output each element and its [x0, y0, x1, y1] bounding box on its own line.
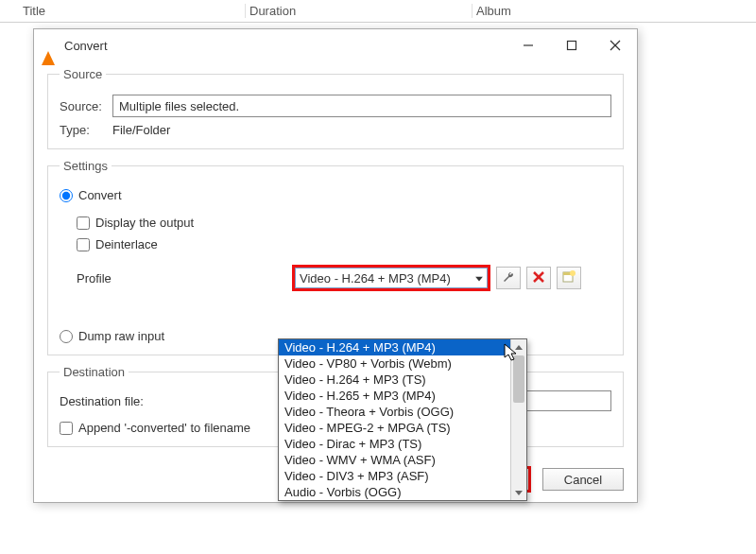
delete-profile-button[interactable] [526, 267, 551, 289]
dropdown-scrollbar[interactable] [510, 339, 526, 500]
delete-x-icon [533, 271, 544, 286]
type-value: File/Folder [112, 123, 170, 137]
profile-option[interactable]: Video - H.264 + MP3 (TS) [279, 372, 510, 388]
profile-option[interactable]: Video - H.265 + MP3 (MP4) [279, 388, 510, 404]
profile-option[interactable]: Video - WMV + WMA (ASF) [279, 452, 510, 468]
svg-rect-1 [568, 42, 576, 50]
dump-raw-input[interactable] [60, 330, 73, 343]
convert-radio-input[interactable] [60, 189, 73, 202]
source-legend: Source [60, 67, 106, 81]
profile-option[interactable]: Video - Dirac + MP3 (TS) [279, 436, 510, 452]
wrench-icon [502, 270, 515, 286]
profile-option[interactable]: Video - H.264 + MP3 (MP4) [279, 339, 510, 355]
close-button[interactable] [593, 31, 637, 60]
deinterlace-label: Deinterlace [95, 237, 158, 251]
settings-fieldset: Settings Convert Display the output Dein… [47, 159, 624, 355]
convert-radio[interactable]: Convert [60, 188, 611, 202]
col-album[interactable]: Album [472, 4, 699, 18]
profile-dropdown-highlight: Video - H.264 + MP3 (MP4) [292, 265, 490, 291]
display-output-input[interactable] [77, 216, 90, 230]
col-title[interactable]: Title [19, 4, 246, 18]
profile-option[interactable]: Video - DIV3 + MP3 (ASF) [279, 468, 510, 484]
svg-marker-11 [515, 491, 523, 495]
svg-point-9 [570, 270, 576, 276]
scroll-down-icon[interactable] [511, 484, 526, 500]
maximize-button[interactable] [550, 31, 593, 60]
profile-dropdown-list[interactable]: Video - H.264 + MP3 (MP4)Video - VP80 + … [278, 338, 527, 501]
scroll-up-icon[interactable] [511, 339, 526, 355]
minimize-button[interactable] [507, 31, 550, 60]
scroll-thumb[interactable] [513, 355, 524, 403]
profile-dropdown[interactable]: Video - H.264 + MP3 (MP4) [295, 268, 488, 288]
col-duration[interactable]: Duration [246, 4, 472, 18]
source-fieldset: Source Source: Type: File/Folder [47, 67, 624, 149]
cancel-button[interactable]: Cancel [542, 468, 624, 491]
settings-legend: Settings [60, 159, 112, 173]
profile-option[interactable]: Video - VP80 + Vorbis (Webm) [279, 355, 510, 372]
append-converted-input[interactable] [60, 422, 73, 435]
destination-file-label: Destination file: [60, 394, 163, 408]
vlc-cone-icon [42, 37, 59, 54]
destination-legend: Destination [60, 365, 129, 379]
source-label: Source: [60, 99, 112, 113]
convert-radio-label: Convert [78, 188, 122, 202]
display-output-checkbox[interactable]: Display the output [77, 216, 611, 230]
new-profile-button[interactable] [557, 267, 581, 289]
profile-label: Profile [77, 271, 131, 286]
deinterlace-input[interactable] [77, 238, 90, 251]
titlebar[interactable]: Convert [34, 29, 637, 61]
profile-selected: Video - H.264 + MP3 (MP4) [300, 271, 451, 286]
svg-marker-10 [515, 345, 523, 350]
source-input[interactable] [112, 95, 611, 117]
svg-marker-4 [475, 277, 483, 282]
type-label: Type: [60, 123, 112, 137]
edit-profile-button[interactable] [496, 267, 521, 289]
display-output-label: Display the output [95, 216, 194, 230]
profile-option[interactable]: Video - Theora + Vorbis (OGG) [279, 404, 510, 420]
deinterlace-checkbox[interactable]: Deinterlace [77, 237, 611, 251]
profile-option[interactable]: Audio - Vorbis (OGG) [279, 484, 510, 500]
chevron-down-icon [475, 271, 483, 286]
profile-option[interactable]: Video - MPEG-2 + MPGA (TS) [279, 420, 510, 436]
dump-raw-label: Dump raw input [78, 329, 164, 343]
append-converted-label: Append '-converted' to filename [78, 421, 250, 435]
new-profile-icon [562, 270, 576, 286]
background-table-header: Title Duration Album [0, 0, 756, 23]
window-title: Convert [64, 39, 507, 53]
